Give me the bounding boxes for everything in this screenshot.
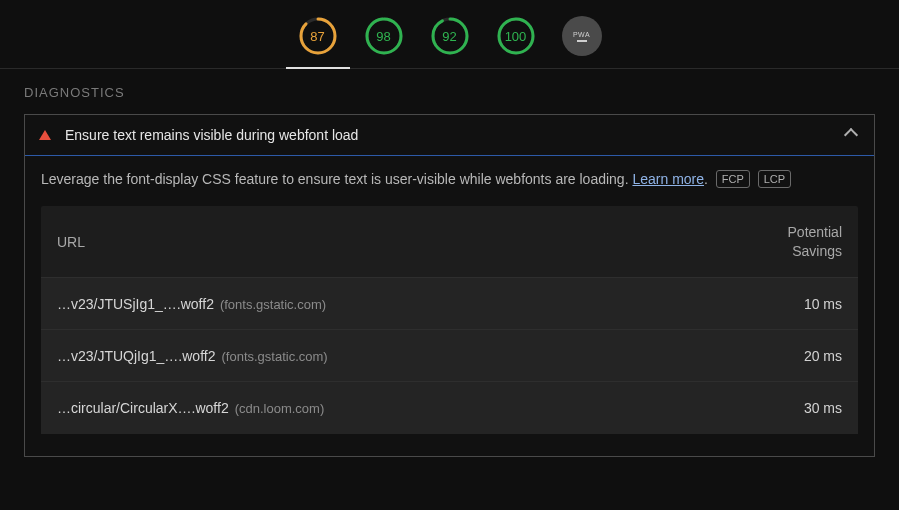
score-value: 87 (310, 29, 324, 44)
score-value: 98 (376, 29, 390, 44)
url-path: …circular/CircularX….woff2 (57, 400, 229, 416)
metric-tag-lcp: LCP (758, 170, 791, 188)
score-gauge-1[interactable]: 98 (364, 16, 404, 56)
pwa-label: PWA (573, 31, 590, 38)
cell-savings: 10 ms (742, 296, 842, 312)
table-row: …v23/JTUQjIg1_….woff2 (fonts.gstatic.com… (41, 330, 858, 382)
pwa-indicator (577, 40, 587, 42)
audit-panel: Ensure text remains visible during webfo… (24, 114, 875, 457)
pwa-badge[interactable]: PWA (562, 16, 602, 56)
metric-tag-fcp: FCP (716, 170, 750, 188)
audit-header[interactable]: Ensure text remains visible during webfo… (25, 115, 874, 156)
audit-title: Ensure text remains visible during webfo… (65, 127, 846, 143)
table-header: URL Potential Savings (41, 206, 858, 278)
learn-more-link[interactable]: Learn more (632, 171, 704, 187)
url-path: …v23/JTUSjIg1_….woff2 (57, 296, 214, 312)
score-value: 100 (505, 29, 527, 44)
table-row: …circular/CircularX….woff2 (cdn.loom.com… (41, 382, 858, 434)
cell-url: …v23/JTUSjIg1_….woff2 (fonts.gstatic.com… (57, 296, 742, 312)
url-path: …v23/JTUQjIg1_….woff2 (57, 348, 215, 364)
url-host: (fonts.gstatic.com) (221, 349, 327, 364)
savings-table: URL Potential Savings …v23/JTUSjIg1_….wo… (41, 206, 858, 434)
chevron-up-icon (844, 128, 858, 142)
score-value: 92 (442, 29, 456, 44)
cell-savings: 20 ms (742, 348, 842, 364)
desc-text: Leverage the font-display CSS feature to… (41, 171, 632, 187)
score-gauge-3[interactable]: 100 (496, 16, 536, 56)
audit-body: Leverage the font-display CSS feature to… (25, 156, 874, 456)
diagnostics-section: DIAGNOSTICS Ensure text remains visible … (0, 69, 899, 457)
audit-description: Leverage the font-display CSS feature to… (41, 170, 858, 188)
score-gauge-0[interactable]: 87 (298, 16, 338, 56)
cell-url: …v23/JTUQjIg1_….woff2 (fonts.gstatic.com… (57, 348, 742, 364)
desc-post: . (704, 171, 708, 187)
score-gauge-2[interactable]: 92 (430, 16, 470, 56)
cell-savings: 30 ms (742, 400, 842, 416)
table-row: …v23/JTUSjIg1_….woff2 (fonts.gstatic.com… (41, 278, 858, 330)
url-host: (fonts.gstatic.com) (220, 297, 326, 312)
score-tabs: 879892100 PWA (0, 0, 899, 69)
section-title: DIAGNOSTICS (24, 85, 875, 100)
col-savings-header: Potential Savings (742, 223, 842, 259)
url-host: (cdn.loom.com) (235, 401, 325, 416)
cell-url: …circular/CircularX….woff2 (cdn.loom.com… (57, 400, 742, 416)
active-tab-underline (286, 67, 350, 69)
warning-triangle-icon (39, 130, 51, 140)
col-url-header: URL (57, 234, 742, 250)
